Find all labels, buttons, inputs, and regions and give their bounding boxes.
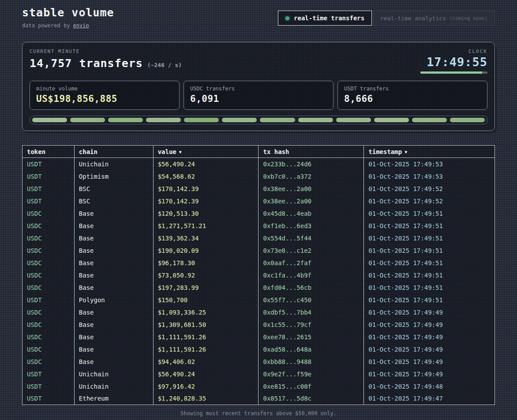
envio-link[interactable]: envio bbox=[73, 22, 89, 29]
minute-volume-bar bbox=[30, 116, 487, 124]
cell-tx-hash[interactable]: 0xc1fa...4b9f bbox=[258, 269, 364, 281]
cell-value: $1,111,591.26 bbox=[153, 331, 258, 343]
cell-timestamp: 01-Oct-2025 17:49:53 bbox=[364, 170, 495, 183]
table-row: USDTOptimism$54,568.620xb7c0...a37201-Oc… bbox=[22, 170, 495, 183]
column-header-timestamp[interactable]: timestamp▼ bbox=[364, 146, 495, 158]
cell-value: $56,490.24 bbox=[153, 368, 258, 380]
table-row: USDCBase$197,283.990xfd04...56cb01-Oct-2… bbox=[22, 281, 495, 294]
cell-token: USDC bbox=[22, 306, 75, 319]
cell-timestamp: 01-Oct-2025 17:49:52 bbox=[364, 195, 495, 207]
table-row: USDCBase$1,111,591.260xee78...261501-Oct… bbox=[22, 331, 495, 343]
cell-tx-hash[interactable]: 0xdbf5...7bb4 bbox=[258, 306, 364, 319]
tab-real-time-transfers[interactable]: real-time transfers bbox=[278, 11, 372, 26]
cell-tx-hash[interactable]: 0x73e0...c1e2 bbox=[258, 244, 364, 257]
cell-timestamp: 01-Oct-2025 17:49:51 bbox=[364, 207, 495, 220]
cell-chain: Ethereum bbox=[74, 393, 153, 405]
cell-value: $1,111,591.26 bbox=[153, 343, 258, 356]
table-row: USDTBSC$170,142.390x38ee...2a0001-Oct-20… bbox=[22, 183, 495, 195]
cell-token: USDC bbox=[22, 257, 75, 269]
transfers-table-body: USDTUnichain$56,490.240x233b...24d601-Oc… bbox=[22, 158, 495, 405]
cell-tx-hash[interactable]: 0xb7c0...a372 bbox=[258, 170, 364, 183]
sort-desc-icon: ▼ bbox=[179, 150, 182, 154]
volume-segment bbox=[374, 118, 409, 122]
clock-progress-fill bbox=[420, 71, 482, 74]
cell-tx-hash[interactable]: 0xf1eb...6ed3 bbox=[258, 220, 364, 232]
cell-token: USDT bbox=[22, 380, 75, 393]
cell-tx-hash[interactable]: 0x38ee...2a00 bbox=[258, 195, 364, 207]
cell-chain: Base bbox=[74, 331, 153, 343]
cell-tx-hash[interactable]: 0x554d...5f44 bbox=[258, 232, 364, 244]
clock-time: 17:49:55 bbox=[420, 55, 487, 69]
cell-token: USDT bbox=[22, 195, 75, 207]
subtitle-text: data powered by bbox=[22, 22, 70, 29]
table-row: USDCBase$190,020.090x73e0...c1e201-Oct-2… bbox=[22, 244, 495, 257]
clock-box: CLOCK 17:49:55 bbox=[420, 49, 487, 74]
volume-segment bbox=[412, 118, 447, 122]
cell-tx-hash[interactable]: 0x9e2f...f59e bbox=[258, 368, 364, 380]
cell-timestamp: 01-Oct-2025 17:49:49 bbox=[364, 331, 495, 343]
cell-chain: Base bbox=[74, 343, 153, 356]
cell-token: USDC bbox=[22, 232, 75, 244]
cell-token: USDT bbox=[22, 294, 75, 306]
card-label: USDC transfers bbox=[190, 86, 327, 92]
stat-cards: minute volume US$198,856,885 USDC transf… bbox=[30, 81, 487, 110]
cell-tx-hash[interactable]: 0xee78...2615 bbox=[258, 331, 364, 343]
cell-chain: BSC bbox=[74, 183, 153, 195]
volume-segment bbox=[108, 118, 143, 122]
cell-tx-hash[interactable]: 0x0aaf...2faf bbox=[258, 257, 364, 269]
page: stable volume data powered by envio real… bbox=[0, 0, 517, 416]
cell-value: $197,283.99 bbox=[153, 281, 258, 294]
cell-value: $120,513.30 bbox=[153, 207, 258, 220]
brand-block: stable volume data powered by envio bbox=[22, 6, 114, 29]
page-title: stable volume bbox=[22, 6, 114, 19]
tab-bar: real-time transfers real-time analytics … bbox=[278, 11, 495, 26]
cell-chain: Base bbox=[74, 257, 153, 269]
cell-chain: Base bbox=[74, 281, 153, 294]
cell-value: $1,240,828.35 bbox=[153, 393, 258, 405]
table-row: USDCBase$1,093,336.250xdbf5...7bb401-Oct… bbox=[22, 306, 495, 319]
live-dot-icon bbox=[285, 16, 289, 20]
cell-value: $170,142.39 bbox=[153, 183, 258, 195]
table-row: USDTBSC$170,142.390x38ee...2a0001-Oct-20… bbox=[22, 195, 495, 207]
cell-value: $150,700 bbox=[153, 294, 258, 306]
section-label: CURRENT MINUTE bbox=[30, 49, 182, 54]
cell-token: USDT bbox=[22, 368, 75, 380]
cell-chain: Base bbox=[74, 269, 153, 281]
column-header-chain: chain bbox=[74, 146, 153, 158]
cell-value: $96,178.30 bbox=[153, 257, 258, 269]
cell-chain: Optimism bbox=[74, 170, 153, 183]
volume-segment bbox=[146, 118, 181, 122]
cell-tx-hash[interactable]: 0xbb88...9488 bbox=[258, 356, 364, 368]
cell-tx-hash[interactable]: 0x38ee...2a00 bbox=[258, 183, 364, 195]
subtitle: data powered by envio bbox=[22, 22, 114, 29]
cell-token: USDC bbox=[22, 269, 75, 281]
cell-chain: Base bbox=[74, 356, 153, 368]
cell-tx-hash[interactable]: 0x1c55...79cf bbox=[258, 319, 364, 331]
tab-real-time-analytics[interactable]: real-time analytics (coming soon) bbox=[373, 11, 495, 26]
cell-timestamp: 01-Oct-2025 17:49:49 bbox=[364, 368, 495, 380]
cell-chain: Unichain bbox=[74, 380, 153, 393]
table-row: USDCBase$73,050.920xc1fa...4b9f01-Oct-20… bbox=[22, 269, 495, 281]
table-row: USDCBase$1,309,681.500x1c55...79cf01-Oct… bbox=[22, 319, 495, 331]
panel-top: CURRENT MINUTE 14,757 transfers (~246 / … bbox=[30, 49, 487, 74]
cell-tx-hash[interactable]: 0xe815...c00f bbox=[258, 380, 364, 393]
clock-progress bbox=[420, 71, 487, 74]
cell-token: USDC bbox=[22, 207, 75, 220]
volume-segment bbox=[222, 118, 257, 122]
cell-tx-hash[interactable]: 0xad58...648a bbox=[258, 343, 364, 356]
cell-tx-hash[interactable]: 0x233b...24d6 bbox=[258, 158, 364, 170]
cell-chain: Base bbox=[74, 232, 153, 244]
card-label: minute volume bbox=[36, 86, 173, 92]
cell-tx-hash[interactable]: 0x55f7...c450 bbox=[258, 294, 364, 306]
cell-tx-hash[interactable]: 0x8517...5d8c bbox=[258, 393, 364, 405]
table-row: USDTEthereum$1,240,828.350x8517...5d8c01… bbox=[22, 393, 495, 405]
table-row: USDTUnichain$97,916.420xe815...c00f01-Oc… bbox=[22, 380, 495, 393]
column-header-value[interactable]: value▼ bbox=[153, 146, 258, 158]
cell-value: $1,093,336.25 bbox=[153, 306, 258, 319]
cell-timestamp: 01-Oct-2025 17:49:51 bbox=[364, 281, 495, 294]
cell-chain: Base bbox=[74, 220, 153, 232]
cell-tx-hash[interactable]: 0xfd04...56cb bbox=[258, 281, 364, 294]
card-usdt-transfers: USDT transfers 8,666 bbox=[337, 81, 487, 110]
cell-tx-hash[interactable]: 0x45d8...4eab bbox=[258, 207, 364, 220]
cell-timestamp: 01-Oct-2025 17:49:51 bbox=[364, 269, 495, 281]
